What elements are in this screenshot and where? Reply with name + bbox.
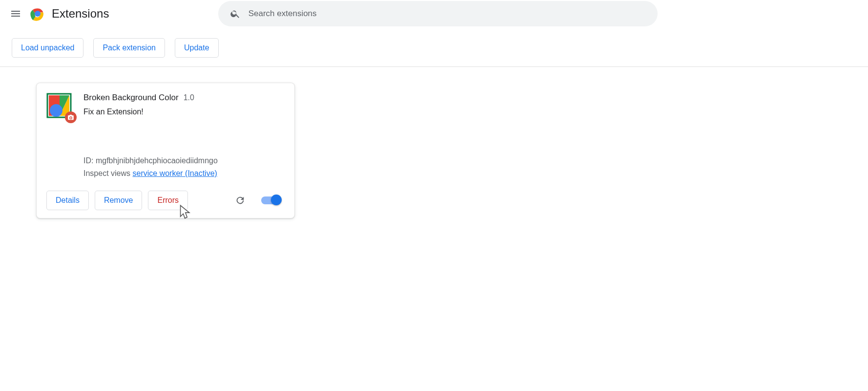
remove-button[interactable]: Remove	[95, 191, 143, 210]
menu-button[interactable]	[4, 2, 27, 25]
hamburger-icon	[10, 8, 21, 20]
svg-point-2	[35, 11, 40, 16]
header: Extensions	[0, 0, 868, 27]
search-box[interactable]	[218, 1, 658, 26]
extension-description: Fix an Extension!	[83, 108, 285, 116]
extension-card: Broken Background Color 1.0 Fix an Exten…	[36, 83, 295, 218]
inspect-views-line: Inspect views service worker (Inactive)	[83, 167, 285, 180]
svg-point-7	[50, 104, 62, 117]
chrome-logo-icon	[29, 5, 46, 22]
load-unpacked-button[interactable]: Load unpacked	[12, 38, 83, 58]
extension-icon	[46, 93, 72, 118]
service-worker-link[interactable]: service worker (Inactive)	[133, 169, 217, 177]
inspect-views-label: Inspect views	[83, 169, 130, 177]
extension-id-label: ID:	[83, 156, 93, 165]
error-badge-icon	[65, 111, 77, 123]
details-button[interactable]: Details	[46, 191, 89, 210]
pack-extension-button[interactable]: Pack extension	[93, 38, 165, 58]
reload-button[interactable]	[232, 192, 248, 209]
extension-version: 1.0	[184, 93, 194, 102]
extension-id-value: mgfbhjnibhjdehcphiocaoiediidmngo	[96, 156, 218, 165]
extension-name: Broken Background Color	[83, 93, 179, 103]
update-button[interactable]: Update	[175, 38, 219, 58]
errors-button[interactable]: Errors	[148, 191, 188, 210]
svg-point-8	[70, 117, 71, 119]
extension-id-line: ID: mgfbhjnibhjdehcphiocaoiediidmngo	[83, 154, 285, 167]
search-icon	[230, 8, 241, 19]
enable-toggle[interactable]	[261, 196, 281, 204]
dev-toolbar: Load unpacked Pack extension Update	[0, 27, 868, 67]
toggle-knob	[271, 195, 282, 205]
page-title: Extensions	[52, 7, 109, 21]
reload-icon	[235, 195, 246, 206]
search-input[interactable]	[248, 9, 646, 19]
